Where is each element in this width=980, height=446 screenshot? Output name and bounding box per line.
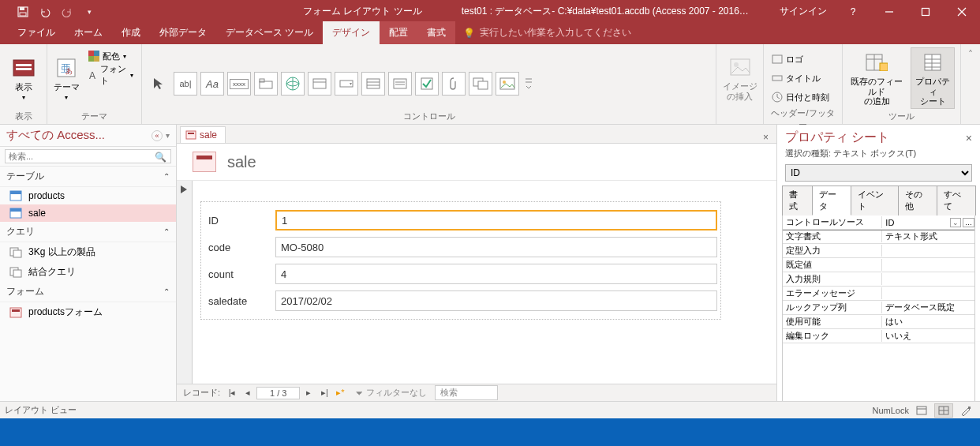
propsheet-object-select[interactable]: ID [785,164,972,182]
proptab-format[interactable]: 書式 [782,186,813,216]
tab-dbtools[interactable]: データベース ツール [216,21,323,44]
recnav-filter[interactable]: ⏷フィルターなし [355,387,427,399]
collapse-ribbon-icon[interactable]: ˄ [968,49,973,60]
doc-tab-sale[interactable]: sale [180,126,226,143]
title-button[interactable]: タイトル [769,69,832,87]
prop-value[interactable]: ID⌄… [882,218,974,227]
nav-item-form1[interactable]: productsフォーム [0,302,176,322]
control-listbox2-icon[interactable] [388,72,412,96]
prop-row[interactable]: 既定値 [783,258,974,272]
control-button-icon[interactable]: xxxx [227,72,251,96]
field-label-count[interactable]: count [204,268,275,281]
themes-button[interactable]: 亜あテーマ▾ [52,47,80,109]
tab-file[interactable]: ファイル [8,21,65,44]
prop-row[interactable]: コントロールソースID⌄… [783,216,974,230]
field-label-id[interactable]: ID [204,214,275,227]
control-pointer-icon[interactable] [147,72,170,96]
prop-row[interactable]: 入力規則 [783,272,974,287]
minimize-button[interactable] [871,0,907,23]
prop-row[interactable]: 使用可能はい [783,315,974,329]
nav-search-input[interactable] [5,149,171,163]
record-selector[interactable] [177,181,193,384]
control-combobox-icon[interactable] [335,72,358,96]
view-design-icon[interactable] [956,403,975,418]
nav-header[interactable]: すべての Access... « ▾ [0,125,176,147]
redo-icon[interactable] [58,3,76,21]
recnav-last-icon[interactable]: ▸| [317,386,331,400]
proptab-data[interactable]: データ [812,186,851,216]
field-label-saledate[interactable]: saledate [204,294,275,308]
signin-link[interactable]: サインイン [772,5,835,18]
control-attachment-icon[interactable] [442,72,466,96]
tab-create[interactable]: 作成 [112,21,150,44]
prop-row[interactable]: 定型入力 [783,244,974,258]
recnav-search[interactable]: 検索 [435,385,498,400]
property-sheet-button[interactable]: プロパティ シート [911,47,955,109]
nav-item-query1[interactable]: 3Kg 以上の製品 [0,242,176,262]
doc-close-icon[interactable]: × [755,132,776,143]
prop-row[interactable]: ルックアップ列データベース既定 [783,301,974,315]
prop-value[interactable]: いいえ [882,330,974,342]
undo-icon[interactable] [36,3,54,21]
control-image-icon[interactable] [496,72,519,96]
view-button[interactable]: 表示▾ [5,47,42,109]
proptab-other[interactable]: その他 [898,186,937,216]
layout-selector-icon[interactable]: + [177,181,776,192]
nav-item-query2[interactable]: 結合クエリ [0,262,176,282]
recnav-first-icon[interactable]: |◂ [225,386,239,400]
control-navigation-icon[interactable] [308,72,331,96]
insert-image-button[interactable]: イメージ の挿入 [721,47,758,109]
chevron-down-icon[interactable]: ▾ [166,131,170,140]
controls-more-icon[interactable] [522,72,535,96]
control-textbox-icon[interactable]: ab| [174,72,197,96]
view-layout-icon[interactable] [934,403,953,418]
nav-item-sale[interactable]: sale [0,204,176,222]
view-form-icon[interactable] [912,403,931,418]
control-tab-icon[interactable] [254,72,278,96]
control-subform-icon[interactable] [469,72,492,96]
close-button[interactable] [944,0,980,23]
nav-item-products[interactable]: products [0,187,176,204]
recnav-prev-icon[interactable]: ◂ [241,386,255,400]
nav-cat-forms[interactable]: フォーム⌃ [0,282,176,302]
dropdown-icon[interactable]: ⌄ [950,218,961,227]
control-listbox-icon[interactable] [361,72,385,96]
nav-cat-tables[interactable]: テーブル⌃ [0,167,176,187]
tab-arrange[interactable]: 配置 [380,21,417,44]
field-value-saledate[interactable]: 2017/02/02 [275,290,717,311]
propsheet-close-icon[interactable]: × [966,132,972,144]
field-label-code[interactable]: code [204,241,275,254]
tab-external[interactable]: 外部データ [150,21,216,44]
prop-value[interactable]: データベース既定 [882,302,974,313]
field-value-id[interactable]: 1 [275,210,717,230]
builder-icon[interactable]: … [963,218,974,227]
tab-design[interactable]: デザイン [323,21,380,44]
proptab-event[interactable]: イベント [851,186,899,216]
qat-customize-icon[interactable]: ▾ [80,3,98,21]
prop-value[interactable]: テキスト形式 [882,230,974,242]
help-button[interactable]: ? [835,0,871,23]
datetime-button[interactable]: 日付と時刻 [769,88,832,106]
control-checkbox-icon[interactable] [415,72,439,96]
tell-me[interactable]: 💡 実行したい作業を入力してください [455,26,639,44]
prop-row[interactable]: 編集ロックいいえ [783,329,974,343]
field-value-code[interactable]: MO-5080 [275,237,717,257]
recnav-position[interactable]: 1 / 3 [256,387,300,399]
prop-row[interactable]: エラーメッセージ [783,287,974,301]
logo-button[interactable]: ロゴ [769,51,832,68]
fonts-button[interactable]: Aフォント ▾ [85,66,137,84]
tab-home[interactable]: ホーム [65,21,112,44]
control-label-icon[interactable]: Aa [200,72,224,96]
prop-row[interactable]: 文字書式テキスト形式 [783,230,974,244]
nav-cat-queries[interactable]: クエリ⌃ [0,222,176,242]
search-icon[interactable]: 🔍 [155,152,166,163]
colors-button[interactable]: 配色 ▾ [85,47,137,65]
prop-value[interactable]: はい [882,316,974,328]
add-fields-button[interactable]: 既存のフィールド の追加 [847,47,906,109]
field-value-count[interactable]: 4 [275,264,717,284]
save-icon[interactable] [14,3,32,21]
control-hyperlink-icon[interactable] [281,72,305,96]
recnav-new-icon[interactable]: ▸* [333,386,347,400]
nav-dropdown-icon[interactable]: « [151,130,163,141]
recnav-next-icon[interactable]: ▸ [301,386,316,400]
